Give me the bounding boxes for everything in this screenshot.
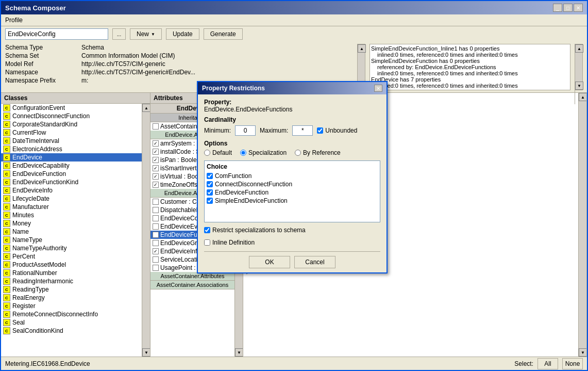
list-item[interactable]: C Name: [1, 228, 142, 236]
cancel-button[interactable]: Cancel: [294, 256, 335, 268]
list-item[interactable]: C DateTimeInterval: [1, 137, 142, 145]
class-icon: C: [3, 195, 10, 202]
minimize-button[interactable]: _: [553, 4, 562, 12]
class-icon: C: [3, 203, 10, 211]
list-item[interactable]: C ProductAssetModel: [1, 261, 142, 269]
restrict-checkbox[interactable]: [204, 227, 210, 233]
default-radio[interactable]: [204, 150, 210, 156]
info-panel-content: SimpleEndDeviceFunction_Inline1 has 0 pr…: [370, 44, 570, 90]
inline-checkbox[interactable]: [204, 239, 210, 246]
list-item[interactable]: C ElectronicAddress: [1, 145, 142, 153]
by-reference-radio[interactable]: [295, 150, 301, 156]
schema-scroll-up[interactable]: ▲: [358, 44, 366, 53]
unbounded-checkbox[interactable]: [317, 127, 323, 134]
maximize-button[interactable]: □: [563, 4, 573, 12]
list-item[interactable]: C ReadingInterharmonic: [1, 277, 142, 285]
list-item[interactable]: C Minutes: [1, 211, 142, 219]
list-item[interactable]: C EndDeviceInfo: [1, 186, 142, 195]
list-item[interactable]: C NameType: [1, 236, 142, 244]
ispant-checkbox[interactable]: [153, 157, 159, 163]
list-item[interactable]: C RemoteConnectDisconnectInfo: [1, 310, 142, 318]
select-none-button[interactable]: None: [562, 358, 583, 369]
asset-container-checkbox[interactable]: [153, 123, 159, 130]
minimum-label: Minimum:: [204, 127, 231, 134]
specialization-radio[interactable]: [240, 150, 246, 156]
up-checkbox[interactable]: [153, 265, 159, 271]
dispatch-checkbox[interactable]: [153, 207, 159, 213]
edf-checkbox[interactable]: [153, 232, 159, 238]
tz-checkbox[interactable]: [153, 182, 159, 188]
edi-checkbox[interactable]: [153, 248, 159, 254]
sl-checkbox[interactable]: [153, 256, 159, 263]
class-icon: C: [3, 311, 10, 318]
new-dropdown-arrow: ▼: [151, 32, 155, 37]
list-item[interactable]: C ReadingType: [1, 285, 142, 294]
info-scroll-up[interactable]: ▲: [575, 44, 583, 53]
dialog-close-button[interactable]: ✕: [374, 85, 382, 92]
classes-list: C ConfigurationEvent C ConnectDisconnect…: [1, 104, 142, 357]
info-line-2: inlined:0 times, referenced:0 times and …: [371, 52, 569, 58]
list-item[interactable]: C EndDeviceFunction: [1, 170, 142, 178]
list-item[interactable]: C PerCent: [1, 252, 142, 261]
by-reference-option[interactable]: By Reference: [295, 149, 341, 156]
choice-item-simple[interactable]: SimpleEndDeviceFunction: [207, 197, 378, 204]
list-item[interactable]: C Manufacturer: [1, 203, 142, 211]
close-button[interactable]: ✕: [574, 4, 583, 12]
choice-item-connect[interactable]: ConnectDisconnectFunction: [207, 181, 378, 188]
choice-items: ComFunction ConnectDisconnectFunction En…: [207, 172, 378, 204]
update-button[interactable]: Update: [166, 28, 199, 40]
list-item[interactable]: C CorporateStandardKind: [1, 120, 142, 128]
list-item[interactable]: C RationalNumber: [1, 269, 142, 277]
minimum-input[interactable]: [235, 125, 256, 136]
specialization-option[interactable]: Specialization: [240, 149, 287, 156]
end-device-func-checkbox[interactable]: [207, 189, 213, 196]
simple-end-device-checkbox[interactable]: [207, 198, 213, 204]
smart-inv-checkbox[interactable]: [153, 165, 159, 171]
select-all-button[interactable]: All: [537, 358, 558, 369]
list-item-end-device[interactable]: C EndDevice: [1, 153, 142, 162]
right-scroll-down[interactable]: ▼: [579, 348, 586, 357]
classes-scroll-up[interactable]: ▲: [142, 104, 150, 112]
amr-checkbox[interactable]: [153, 140, 159, 147]
attrs-scroll-down[interactable]: ▼: [235, 348, 243, 357]
class-icon: C: [3, 228, 10, 235]
class-icon: C: [3, 146, 10, 153]
choice-item-end-device[interactable]: EndDeviceFunction: [207, 189, 378, 196]
list-item-money[interactable]: C Money: [1, 219, 142, 228]
list-item[interactable]: C LifecycleDate: [1, 195, 142, 203]
connect-checkbox[interactable]: [207, 181, 213, 187]
class-icon: C: [3, 137, 10, 144]
list-item[interactable]: C EndDeviceFunctionKind: [1, 178, 142, 186]
list-item[interactable]: C ConfigurationEvent: [1, 104, 142, 112]
classes-panel: Classes C ConfigurationEvent C ConnectDi…: [1, 93, 150, 357]
class-icon: C: [3, 129, 10, 136]
classes-scroll-down[interactable]: ▼: [142, 348, 150, 357]
new-button[interactable]: New ▼: [130, 28, 162, 40]
list-item[interactable]: C ConnectDisconnectFunction: [1, 112, 142, 120]
customer-checkbox[interactable]: [153, 199, 159, 205]
profile-browse-button[interactable]: ...: [112, 28, 126, 40]
maximum-input[interactable]: [292, 125, 313, 136]
list-item[interactable]: C CurrentFlow: [1, 128, 142, 137]
ok-button[interactable]: OK: [249, 256, 290, 268]
profile-input[interactable]: [5, 28, 108, 40]
ede-checkbox[interactable]: [153, 223, 159, 230]
class-icon: C: [3, 294, 10, 301]
info-line-7: inlined:0 times, referenced:0 times and …: [371, 83, 569, 89]
edc-checkbox[interactable]: [153, 215, 159, 221]
class-icon: C: [3, 187, 10, 194]
list-item[interactable]: C Seal: [1, 318, 142, 327]
list-item[interactable]: C RealEnergy: [1, 294, 142, 302]
generate-button[interactable]: Generate: [204, 28, 243, 40]
virtual-checkbox[interactable]: [153, 173, 159, 180]
edg-checkbox[interactable]: [153, 240, 159, 246]
list-item[interactable]: C SealConditionKind: [1, 327, 142, 335]
list-item[interactable]: C NameTypeAuthority: [1, 244, 142, 252]
list-item[interactable]: C Register: [1, 302, 142, 310]
right-scrollbar: ▲ ▼: [578, 93, 586, 357]
com-function-checkbox[interactable]: [207, 173, 213, 179]
list-item[interactable]: C EndDeviceCapability: [1, 162, 142, 170]
default-option[interactable]: Default: [204, 149, 232, 156]
choice-item-com[interactable]: ComFunction: [207, 172, 378, 180]
install-checkbox[interactable]: [153, 149, 159, 155]
